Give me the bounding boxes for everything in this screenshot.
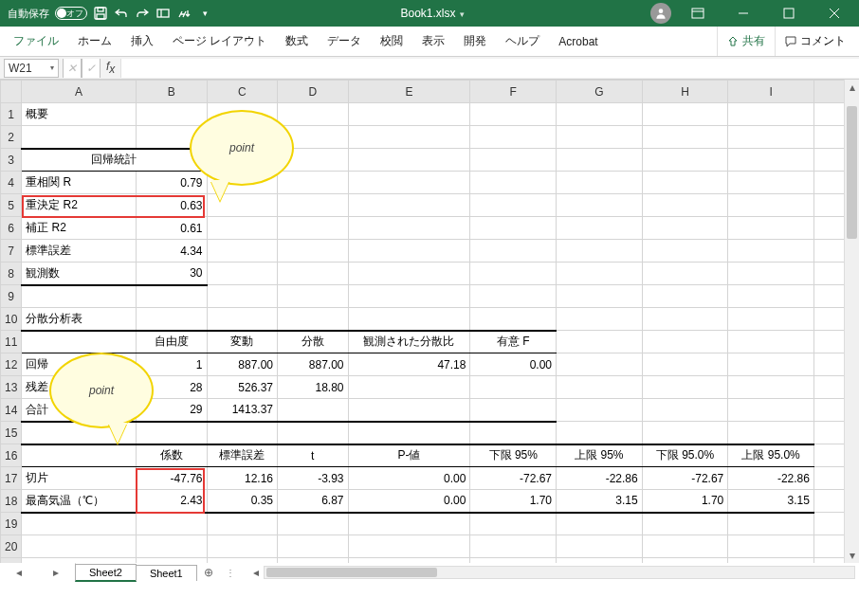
cell[interactable] [642, 194, 728, 217]
cell[interactable] [642, 535, 728, 558]
share-button[interactable]: 共有 [717, 27, 775, 56]
cell[interactable] [470, 240, 557, 263]
minimize-icon[interactable] [724, 0, 762, 27]
qat-icon-2[interactable] [176, 6, 192, 21]
cell[interactable] [278, 399, 349, 422]
cell[interactable] [557, 285, 643, 308]
cell[interactable]: 887.00 [207, 353, 278, 376]
cell[interactable] [728, 308, 814, 331]
cell[interactable]: -72.67 [470, 467, 557, 490]
cell[interactable]: 回帰統計 [22, 149, 207, 172]
cell[interactable]: 係数 [136, 444, 207, 467]
cell[interactable] [348, 535, 470, 558]
row-header[interactable]: 3 [1, 149, 22, 172]
vertical-scrollbar[interactable]: ▴ ▾ [844, 80, 859, 563]
cell[interactable] [557, 217, 643, 240]
cell[interactable]: -47.76 [136, 467, 207, 490]
cell[interactable] [642, 513, 728, 535]
row-header[interactable]: 13 [1, 376, 22, 399]
cell[interactable]: 分散 [278, 331, 349, 353]
cell[interactable] [22, 285, 137, 308]
cell[interactable] [22, 444, 137, 467]
cell[interactable]: 上限 95.0% [728, 444, 814, 467]
cell[interactable] [470, 399, 557, 422]
cell[interactable] [642, 376, 728, 399]
sheet-tab-active[interactable]: Sheet2 [75, 564, 137, 582]
cell[interactable] [278, 513, 349, 535]
cell[interactable] [470, 308, 557, 331]
cell[interactable]: 887.00 [278, 353, 349, 376]
col-header[interactable]: I [728, 81, 814, 103]
cell[interactable] [278, 240, 349, 263]
cell[interactable] [136, 422, 207, 444]
cell[interactable]: 47.18 [348, 353, 470, 376]
cell[interactable] [348, 240, 470, 263]
cell[interactable] [557, 535, 643, 558]
tab-data[interactable]: データ [318, 27, 371, 56]
cell[interactable]: 3.15 [728, 490, 814, 513]
row-header[interactable]: 4 [1, 172, 22, 194]
cell[interactable]: 下限 95.0% [642, 444, 728, 467]
hscroll-thumb[interactable] [266, 568, 437, 577]
cell[interactable]: 観測された分散比 [348, 331, 470, 353]
cell[interactable] [348, 194, 470, 217]
cell[interactable] [557, 149, 643, 172]
cell[interactable] [207, 422, 278, 444]
cell[interactable] [557, 308, 643, 331]
cell[interactable] [642, 263, 728, 285]
cell[interactable] [470, 149, 557, 172]
vscroll-thumb[interactable] [847, 106, 857, 239]
cell[interactable]: 4.34 [136, 240, 207, 263]
cancel-icon[interactable]: ✕ [63, 59, 82, 78]
cell[interactable] [470, 172, 557, 194]
ribbon-display-icon[interactable] [679, 0, 717, 27]
cell[interactable] [207, 308, 278, 331]
cell[interactable]: -3.93 [278, 467, 349, 490]
cell[interactable] [278, 103, 349, 126]
row-header[interactable]: 7 [1, 240, 22, 263]
cell[interactable]: 0.61 [136, 217, 207, 240]
cell[interactable] [348, 149, 470, 172]
cell[interactable]: 1413.37 [207, 399, 278, 422]
cell[interactable] [348, 172, 470, 194]
cell[interactable] [278, 285, 349, 308]
cell[interactable] [278, 217, 349, 240]
tab-home[interactable]: ホーム [68, 27, 121, 56]
cell[interactable] [348, 513, 470, 535]
cell[interactable] [642, 240, 728, 263]
cell[interactable] [22, 535, 137, 558]
cell[interactable] [642, 217, 728, 240]
cell[interactable] [348, 103, 470, 126]
cell[interactable] [557, 331, 643, 353]
add-sheet-icon[interactable]: ⊕ [197, 566, 220, 579]
cell[interactable] [557, 422, 643, 444]
cell[interactable]: -22.86 [728, 467, 814, 490]
col-header[interactable]: C [207, 81, 278, 103]
cell[interactable] [642, 149, 728, 172]
cell[interactable]: 最高気温（℃） [22, 490, 137, 513]
cell[interactable]: 6.87 [278, 490, 349, 513]
cell[interactable] [470, 194, 557, 217]
cell[interactable]: 1.70 [470, 490, 557, 513]
cell[interactable]: 1.70 [642, 490, 728, 513]
col-header[interactable]: F [470, 81, 557, 103]
cell[interactable] [470, 103, 557, 126]
row-header[interactable]: 8 [1, 263, 22, 285]
select-all[interactable] [1, 81, 22, 103]
fx-icon[interactable]: fx [101, 60, 120, 76]
cell[interactable]: 標準誤差 [22, 240, 137, 263]
name-box[interactable]: W21▾ [4, 59, 59, 78]
row-header[interactable]: 17 [1, 467, 22, 490]
cell[interactable] [470, 422, 557, 444]
cell[interactable] [207, 285, 278, 308]
row-header[interactable]: 1 [1, 103, 22, 126]
cell[interactable] [278, 535, 349, 558]
formula-input[interactable] [120, 59, 859, 78]
cell[interactable] [728, 194, 814, 217]
cell[interactable] [728, 285, 814, 308]
cell[interactable] [557, 103, 643, 126]
cell[interactable] [470, 285, 557, 308]
cell[interactable] [728, 331, 814, 353]
redo-icon[interactable] [135, 6, 150, 21]
cell[interactable] [728, 172, 814, 194]
